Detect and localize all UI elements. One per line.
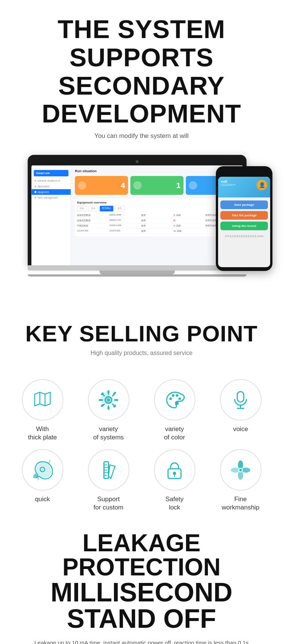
phone-username: noll	[221, 180, 236, 184]
lock-icon	[164, 460, 185, 480]
screen-table-row-1: 设备机型数据20000.1606使用大 高级管理可采用装配式 >	[77, 213, 237, 218]
phone-buttons: Save package Take the package Using the …	[218, 197, 270, 233]
icon-item-rocket: quick	[11, 449, 74, 512]
phone-btn-take[interactable]: Take the package	[220, 211, 268, 220]
svg-rect-5	[115, 399, 118, 401]
icon-label-mic: voice	[233, 425, 248, 433]
svg-point-12	[169, 397, 172, 400]
icon-item-ruler: Supportfor custom	[77, 449, 140, 512]
svg-point-15	[178, 397, 181, 400]
phone-avatar: 👤	[257, 180, 267, 190]
leakage-section: LEAKAGE PROTECTION MILLISECOND STAND OFF…	[0, 520, 283, 644]
screen-table: Equipment overview 搜索 搜索 查询确认 重置 设备机型数据2…	[75, 199, 239, 236]
svg-point-13	[172, 394, 175, 397]
svg-point-11	[107, 398, 110, 402]
run-title: Run situation	[75, 169, 239, 173]
icon-label-gear: varietyof systems	[93, 425, 124, 442]
laptop-screen: Smart ark General situations of Applicat…	[31, 165, 243, 265]
icon-item-lock: Safetylock	[143, 449, 206, 512]
screen-menu-2: Application	[31, 184, 71, 189]
hero-section: THE SYSTEM SUPPORTS SECONDARY DEVELOPMEN…	[0, 0, 283, 147]
selling-subtitle: High quality products, assured service	[8, 350, 275, 356]
svg-point-14	[176, 394, 178, 397]
icon-item-fan: Fineworkmanship	[209, 449, 272, 512]
icon-item-palette: varietyof color	[143, 379, 206, 442]
standoff-title: STAND OFF	[8, 606, 275, 632]
table-title: Equipment overview	[77, 201, 237, 204]
phone-header: noll 11122342 ✏ 👤	[218, 177, 270, 197]
icon-circle-ruler	[88, 449, 129, 491]
icon-circle-rocket	[22, 449, 63, 491]
icon-label-ruler: Supportfor custom	[94, 495, 123, 512]
phone-mockup: noll 11122342 ✏ 👤 Save package Take the …	[216, 166, 272, 271]
leakage-title: LEAKAGE PROTECTION	[8, 531, 275, 579]
palette-icon	[164, 390, 185, 410]
icon-label-lock: Safetylock	[165, 495, 183, 512]
icon-label-fan: Fineworkmanship	[221, 495, 259, 512]
screen-brand-label: Smart ark	[34, 170, 68, 176]
hero-subtitle: You can modify the system at will	[23, 132, 260, 140]
svg-point-35	[239, 469, 242, 471]
icon-circle-lock	[154, 449, 195, 491]
screen-table-row-3: 可视觉构架11000.1408使用大 高级管理可采用装配式 >	[77, 223, 237, 229]
leakage-description: Leakage up to 10 mA time, instant automa…	[8, 638, 275, 644]
fan-icon	[230, 460, 251, 480]
screen-menu-4: SMS management	[31, 195, 71, 200]
phone-footer-text: 对于生活充充充充充充充充充充 00000	[218, 233, 270, 240]
screen-cards: 4 1	[75, 176, 239, 195]
millisecond-title: MILLISECOND	[8, 579, 275, 606]
icon-label-map: Withthick plate	[28, 425, 57, 442]
svg-point-16	[175, 401, 179, 405]
icon-circle-palette	[154, 379, 195, 421]
phone-user-info: noll 11122342 ✏	[221, 180, 236, 187]
laptop-camera	[135, 160, 138, 163]
icon-grid: Withthick plate	[0, 368, 283, 519]
icon-label-palette: varietyof color	[164, 425, 185, 442]
rocket-icon	[32, 460, 53, 480]
ruler-icon	[98, 460, 119, 480]
icon-circle-fan	[220, 449, 261, 491]
card-orange: 4	[75, 176, 128, 195]
icon-circle-mic	[220, 379, 261, 421]
phone-notch	[218, 171, 270, 174]
screen-table-row-4: 111671201111671201使用AV 高级	[77, 229, 237, 234]
phone-btn-record[interactable]: Using the record	[220, 222, 268, 230]
screen-menu-3: equipment	[31, 189, 71, 195]
selling-section: KEY SELLING POINT High quality products,…	[0, 302, 283, 368]
icon-item-map: Withthick plate	[11, 379, 74, 442]
hero-title: THE SYSTEM SUPPORTS SECONDARY DEVELOPMEN…	[23, 15, 260, 128]
screen-sidebar: Smart ark General situations of Applicat…	[31, 165, 71, 265]
selling-title: KEY SELLING POINT	[8, 321, 275, 347]
icon-item-mic: voice	[209, 379, 272, 442]
map-icon	[32, 390, 53, 410]
phone-btn-save[interactable]: Save package	[220, 200, 268, 209]
svg-rect-17	[237, 392, 244, 402]
gear-icon	[98, 390, 119, 410]
icon-label-rocket: quick	[35, 495, 50, 503]
svg-rect-4	[99, 399, 102, 401]
mockup-section: Smart ark General situations of Applicat…	[0, 155, 283, 298]
svg-rect-3	[108, 406, 109, 410]
screen-table-row-2: 设备机型数据20000.1747使用高管理可采用装配式 >	[77, 218, 237, 223]
icon-item-gear: varietyof systems	[77, 379, 140, 442]
phone-userid: 11122342 ✏	[221, 184, 236, 187]
icon-circle-map	[22, 379, 63, 421]
card-green: 1	[130, 176, 183, 195]
phone-screen: noll 11122342 ✏ 👤 Save package Take the …	[218, 177, 270, 267]
laptop-mockup: Smart ark General situations of Applicat…	[28, 155, 246, 277]
svg-rect-2	[108, 390, 109, 393]
mic-icon	[230, 390, 251, 410]
screen-menu-1: General situations of	[31, 178, 71, 184]
icon-circle-gear	[88, 379, 129, 421]
